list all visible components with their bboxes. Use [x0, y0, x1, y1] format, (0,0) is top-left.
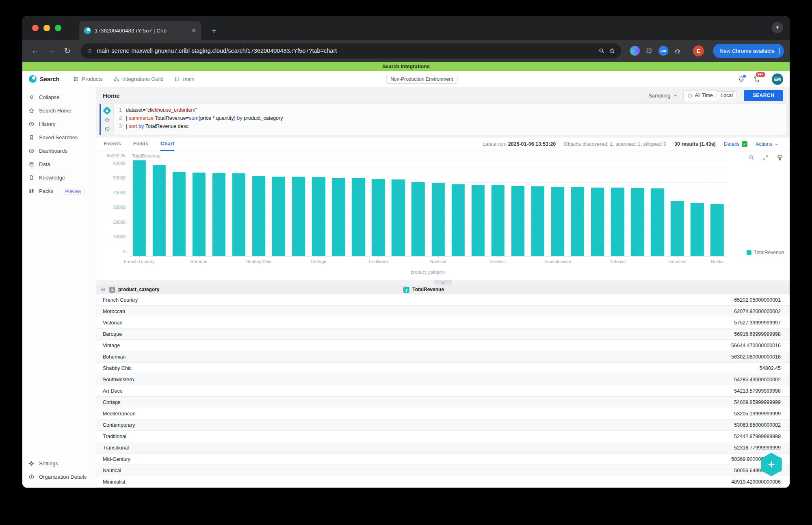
bar-bohemian[interactable] — [232, 173, 245, 256]
zoom-out-icon[interactable] — [748, 154, 755, 161]
bar-traditional[interactable] — [372, 179, 385, 256]
extension-gear-icon[interactable]: ⚙ — [645, 47, 653, 55]
new-tab-button[interactable]: + — [208, 26, 220, 36]
close-window-button[interactable] — [32, 25, 39, 31]
bar-transitional[interactable] — [392, 179, 405, 256]
table-row[interactable]: Cottage54009.85999999999 — [96, 397, 790, 408]
expand-icon[interactable] — [762, 154, 769, 161]
bar-vintage[interactable] — [212, 173, 225, 256]
sidebar-item-packs[interactable]: PacksPreview — [22, 184, 96, 198]
details-link[interactable]: Details ✓ — [724, 141, 747, 147]
table-row[interactable]: French Country65202.05000000001 — [96, 294, 790, 306]
sidebar-item-search-home[interactable]: Search Home — [22, 104, 96, 117]
bar-rustic[interactable] — [710, 204, 723, 256]
table-row[interactable]: Mediterranean53205.19999999999 — [96, 408, 790, 419]
actions-dropdown[interactable]: Actions — [756, 141, 778, 147]
bar-category-20[interactable] — [511, 186, 524, 256]
table-settings-gear-icon[interactable] — [100, 287, 106, 292]
bar-nautical[interactable] — [431, 183, 444, 256]
query-editor[interactable]: ⚙ 1dataset="clickhouse_orderitem"2| summ… — [100, 104, 786, 135]
code-line[interactable]: 3| sort by TotalRevenue desc — [114, 122, 786, 130]
bar-category-24[interactable] — [591, 188, 604, 256]
bar-eclectic[interactable] — [492, 185, 505, 256]
back-button[interactable]: ← — [28, 44, 42, 58]
bar-southwestern[interactable] — [272, 177, 285, 256]
bar-baroque[interactable] — [193, 173, 206, 256]
new-chrome-available-button[interactable]: New Chrome available — [713, 44, 784, 58]
sidebar-item-knowledge[interactable]: Knowledge — [22, 171, 96, 184]
table-row[interactable]: Moroccan62074.92000000002 — [96, 306, 790, 317]
puzzle-extensions-icon[interactable] — [674, 47, 681, 54]
table-row[interactable]: Bohemian56302.080000000016 — [96, 351, 790, 363]
cribl-pipeline-icon[interactable] — [103, 106, 111, 115]
bar-category-18[interactable] — [471, 185, 484, 256]
bar-industrial[interactable] — [671, 201, 684, 256]
bar-scandinavian[interactable] — [551, 187, 564, 256]
column-header-total-revenue[interactable]: y TotalRevenue — [403, 287, 444, 293]
time-range-selector[interactable]: All Time — [687, 93, 713, 98]
bar-category-29[interactable] — [691, 203, 704, 256]
chrome-menu-kebab-icon[interactable] — [779, 48, 780, 54]
tab-chart[interactable]: Chart — [160, 138, 174, 151]
editor-settings-gear-icon[interactable]: ⚙ — [105, 117, 110, 123]
bar-mid-century[interactable] — [411, 182, 424, 256]
chart-plot-area[interactable]: 010000200003000040000500006000065202.05F… — [129, 160, 727, 257]
sidebar-item-settings[interactable]: Settings — [22, 457, 96, 470]
nav-item-main[interactable]: main — [174, 76, 195, 82]
cribl-search-brand[interactable]: Search — [29, 75, 59, 83]
sidebar-item-dashboards[interactable]: Dashboards — [22, 144, 96, 158]
code-area[interactable]: 1dataset="clickhouse_orderitem"2| summar… — [114, 104, 786, 135]
address-bar[interactable]: main-serene-maxwell-gnuxnu7.cribl-stagin… — [81, 43, 621, 58]
browser-tab[interactable]: 1736200400483.rYf5o7 | Crib ✕ — [79, 21, 201, 40]
sidebar-item-collapse[interactable]: Collapse — [22, 91, 96, 104]
reload-button[interactable]: ↻ — [61, 44, 74, 58]
code-line[interactable]: 1dataset="clickhouse_orderitem" — [114, 106, 786, 114]
tab-close-icon[interactable]: ✕ — [191, 27, 196, 34]
minimize-window-button[interactable] — [43, 25, 50, 31]
table-row[interactable]: Vintage56644.470000000016 — [96, 340, 790, 351]
bar-moroccan[interactable] — [152, 165, 165, 256]
sidebar-item-saved-searches[interactable]: Saved Searches — [22, 131, 96, 144]
brush-icon[interactable] — [776, 154, 783, 161]
bar-category-21[interactable] — [531, 186, 544, 256]
browser-profile-avatar[interactable]: E — [693, 45, 704, 56]
bar-minimalist[interactable] — [451, 184, 464, 256]
bar-shabby-chic[interactable] — [252, 176, 265, 256]
commit-branch-icon[interactable]: 99+ — [753, 76, 760, 83]
forward-button[interactable]: → — [44, 44, 58, 58]
chart-legend[interactable]: TotalRevenue — [747, 250, 784, 255]
editor-help-icon[interactable] — [104, 126, 110, 132]
table-row[interactable]: Shabby Chic54802.45 — [96, 363, 790, 374]
table-row[interactable]: Traditional52442.97999999999 — [96, 431, 790, 442]
table-row[interactable]: Nautical50056.64999999998 — [96, 465, 790, 476]
bar-contemporary[interactable] — [352, 178, 365, 256]
bar-colonial[interactable] — [611, 188, 624, 256]
sidebar-item-data[interactable]: Data — [22, 158, 96, 171]
site-settings-icon[interactable] — [87, 48, 93, 54]
bar-category-27[interactable] — [651, 188, 664, 256]
table-row[interactable]: Contemporary53063.85000000002 — [96, 419, 790, 431]
bar-mediterranean[interactable] — [332, 178, 345, 256]
column-header-product-category[interactable]: x product_category — [109, 287, 159, 293]
bookmark-star-icon[interactable] — [609, 48, 615, 54]
timezone-selector[interactable]: Local — [717, 91, 737, 99]
collapse-chart-handle[interactable]: ▲ — [434, 280, 452, 285]
sidebar-item-organization-details[interactable]: Organization Details — [22, 470, 96, 484]
bar-cottage[interactable] — [312, 177, 325, 256]
search-icon[interactable] — [598, 48, 605, 54]
bar-category-23[interactable] — [571, 187, 584, 256]
nav-item-integrations-guild[interactable]: Integrations Guild — [113, 76, 164, 82]
table-row[interactable]: Southwestern54285.43000000002 — [96, 374, 790, 385]
notifications-bell-icon[interactable] — [738, 76, 745, 83]
search-button[interactable]: SEARCH — [744, 90, 783, 101]
extension-zm-icon[interactable]: zm — [658, 46, 668, 56]
sampling-dropdown[interactable]: Sampling — [648, 93, 677, 99]
table-row[interactable]: Mid-Century50369.900000000016 — [96, 454, 790, 465]
nav-item-products[interactable]: Products — [73, 76, 102, 82]
extension-icon[interactable] — [630, 46, 640, 56]
user-avatar[interactable]: EM — [772, 73, 783, 85]
sidebar-item-history[interactable]: History — [22, 117, 96, 131]
tab-events[interactable]: Events — [104, 138, 121, 151]
bar-art-deco[interactable] — [292, 177, 305, 256]
bar-category-26[interactable] — [631, 188, 644, 256]
